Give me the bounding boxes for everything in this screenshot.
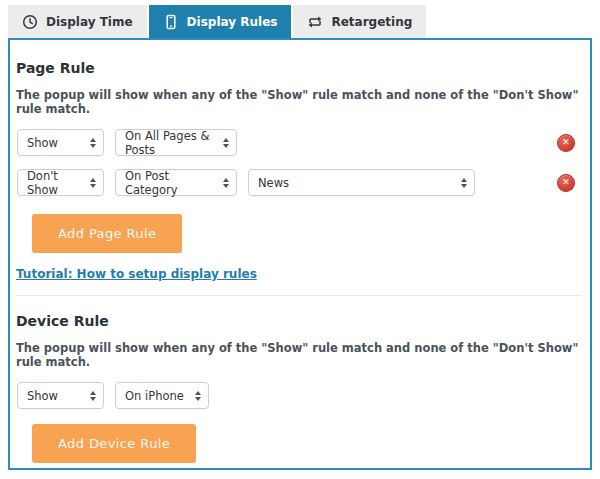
select-stepper-icon — [90, 391, 96, 401]
delete-x-icon: ✕ — [562, 138, 570, 147]
rule-mode-select[interactable]: Show — [17, 129, 104, 156]
rule-condition-select[interactable]: On iPhone — [115, 382, 209, 409]
mobile-icon — [163, 14, 179, 30]
rule-mode-select[interactable]: Don't Show — [17, 169, 104, 196]
select-stepper-icon — [90, 178, 96, 188]
select-stepper-icon — [223, 138, 229, 148]
rule-condition-select[interactable]: On All Pages & Posts — [115, 129, 237, 156]
tab-label: Retargeting — [331, 15, 412, 29]
select-stepper-icon — [461, 178, 467, 188]
select-value: Show — [27, 136, 58, 150]
page-rule-row: Don't Show On Post Category News ✕ — [16, 169, 582, 196]
tab-label: Display Rules — [187, 15, 278, 29]
rule-condition-select[interactable]: On Post Category — [115, 169, 237, 196]
section-divider — [16, 295, 582, 296]
delete-rule-button[interactable]: ✕ — [557, 134, 575, 152]
device-rule-description: The popup will show when any of the "Sho… — [16, 341, 582, 369]
delete-x-icon: ✕ — [562, 178, 570, 187]
page-rule-tutorial-link[interactable]: Tutorial: How to setup display rules — [16, 267, 257, 281]
add-page-rule-button[interactable]: Add Page Rule — [32, 214, 182, 253]
device-rule-title: Device Rule — [16, 313, 582, 329]
select-stepper-icon — [223, 178, 229, 188]
select-value: Show — [27, 389, 58, 403]
select-value: On Post Category — [125, 169, 217, 197]
tab-display-time[interactable]: Display Time — [8, 5, 147, 38]
select-value: On iPhone — [125, 389, 184, 403]
rule-mode-select[interactable]: Show — [17, 382, 104, 409]
page-rule-row: Show On All Pages & Posts ✕ — [16, 129, 582, 156]
select-stepper-icon — [195, 391, 201, 401]
clock-icon — [22, 14, 38, 30]
repeat-icon — [307, 14, 323, 30]
select-value: Don't Show — [27, 169, 84, 197]
add-device-rule-button[interactable]: Add Device Rule — [32, 424, 196, 463]
page-rule-description: The popup will show when any of the "Sho… — [16, 88, 582, 116]
display-rules-panel: Page Rule The popup will show when any o… — [8, 38, 592, 470]
page-rule-title: Page Rule — [16, 60, 582, 76]
select-value: On All Pages & Posts — [125, 129, 217, 157]
tab-retargeting[interactable]: Retargeting — [293, 5, 426, 38]
settings-tabbar: Display Time Display Rules Retargeting — [8, 5, 600, 38]
tab-label: Display Time — [46, 15, 133, 29]
device-rule-row: Show On iPhone — [16, 382, 582, 409]
tab-display-rules[interactable]: Display Rules — [149, 5, 292, 38]
select-stepper-icon — [90, 138, 96, 148]
select-value: News — [258, 176, 289, 190]
rule-value-select[interactable]: News — [248, 169, 475, 196]
delete-rule-button[interactable]: ✕ — [557, 174, 575, 192]
